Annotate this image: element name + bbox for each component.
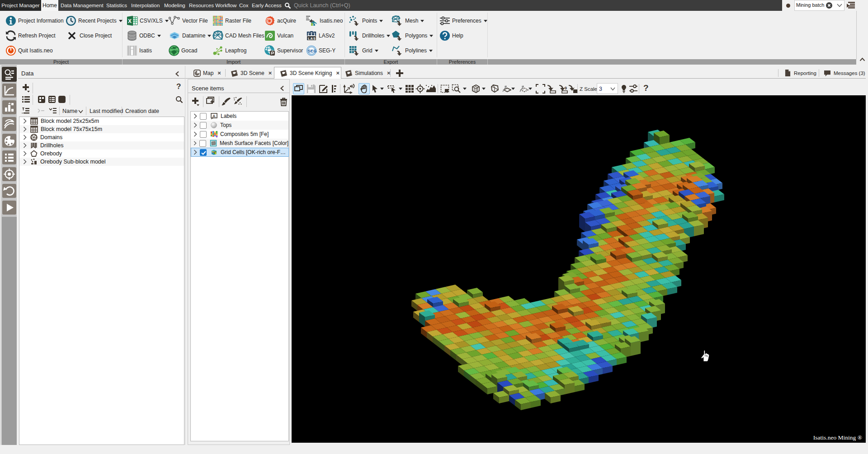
svg-text:9: 9	[565, 86, 567, 90]
svg-text:X: X	[128, 18, 132, 24]
svg-text:SEG: SEG	[308, 48, 317, 53]
svg-text:LAS: LAS	[308, 37, 316, 41]
svg-text:A: A	[212, 114, 216, 118]
